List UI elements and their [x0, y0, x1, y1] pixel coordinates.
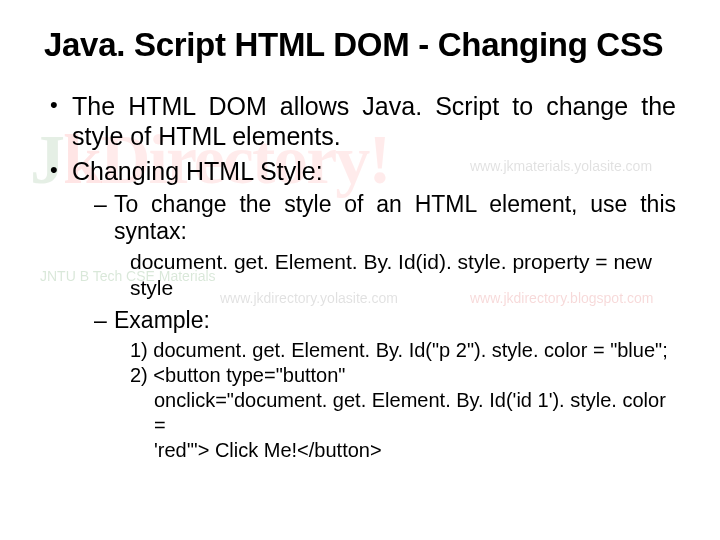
example-2c: 'red'"> Click Me!</button>: [130, 438, 676, 463]
example-2b: onclick="document. get. Element. By. Id(…: [130, 388, 676, 438]
syntax-code: document. get. Element. By. Id(id). styl…: [130, 249, 676, 302]
sub-list-2: Example:: [94, 307, 676, 334]
sub-1: To change the style of an HTML element, …: [94, 191, 676, 245]
sub-2: Example:: [94, 307, 676, 334]
bullet-2-text: Changing HTML Style:: [72, 157, 323, 185]
bullet-list: The HTML DOM allows Java. Script to chan…: [50, 92, 676, 463]
bullet-1: The HTML DOM allows Java. Script to chan…: [50, 92, 676, 151]
example-1: 1) document. get. Element. By. Id("p 2")…: [130, 338, 676, 363]
bullet-2: Changing HTML Style: To change the style…: [50, 157, 676, 463]
example-2a: 2) <button type="button": [130, 363, 676, 388]
sub-list: To change the style of an HTML element, …: [94, 191, 676, 245]
example-block: 1) document. get. Element. By. Id("p 2")…: [130, 338, 676, 463]
slide: JkDirectory! JNTU B Tech CSE Materials w…: [0, 0, 720, 540]
slide-title: Java. Script HTML DOM - Changing CSS: [44, 26, 676, 64]
